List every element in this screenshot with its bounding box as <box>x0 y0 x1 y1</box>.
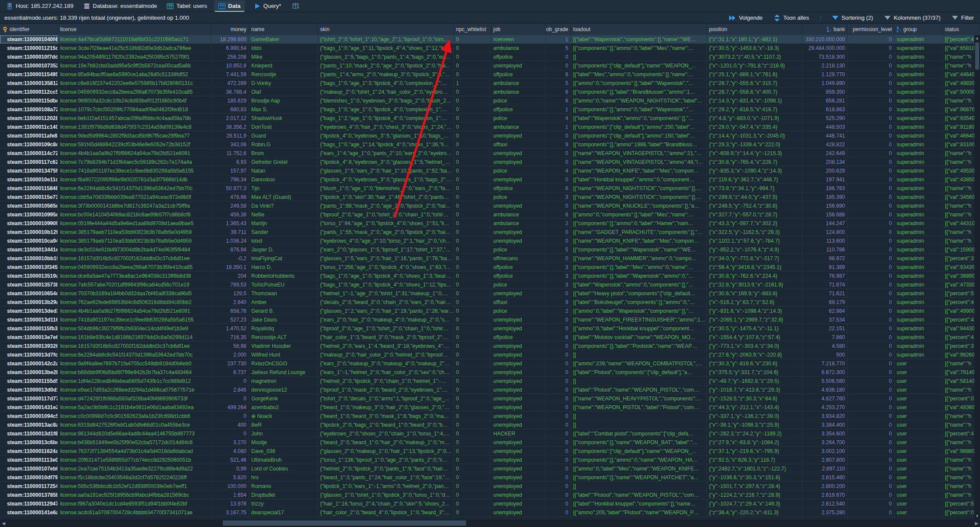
cell-money[interactable]: 400 <box>211 421 249 429</box>
cell-position[interactable]: {"y":-852.2,"x":-1076.4,"z":4.9} <box>707 245 802 254</box>
cell-permission_level[interactable]: 0 <box>848 140 894 149</box>
cell-skin[interactable]: {"glasses_1":5,"bags_1":0,"pants_1":4,"b… <box>318 53 454 61</box>
cell-npc_whitelist[interactable]: 0 <box>454 359 491 368</box>
scroll-right-arrow-icon[interactable]: ▶ <box>973 521 980 526</box>
cell-bank[interactable]: 1.049.890 <box>802 79 848 88</box>
cell-identifier[interactable]: steam:11000011afe8f64 <box>0 131 58 140</box>
table-row[interactable]: steam:11000011c14014alicense:1381f9798d9… <box>0 123 980 131</box>
cell-permission_level[interactable]: 0 <box>848 53 894 61</box>
cell-loadout[interactable]: [{"name":"WEAPON_VINTAGEPISTOL","ammo":2… <box>571 149 707 158</box>
cell-identifier[interactable]: steam:11000011215df3e <box>0 44 58 53</box>
cell-money[interactable]: 18.298.600 <box>211 35 249 44</box>
table-row[interactable]: steam:11000010e11c07dlicense:f8a90722095… <box>0 175 980 184</box>
cell-position[interactable]: {"z":29.0,"y":-547.4,"x":335.4} <box>707 123 802 131</box>
cell-identifier[interactable]: steam:11000010995da63 <box>0 210 58 219</box>
cell-bank[interactable]: 6.672.300 <box>802 368 848 377</box>
cell-job[interactable]: offpolice <box>491 70 546 79</box>
cell-position[interactable]: {"y":-773.1,"x":-303.4,"z":34.0} <box>707 342 802 350</box>
cell-job[interactable]: police <box>491 307 546 315</box>
cell-job[interactable]: unemployed <box>491 421 546 429</box>
column-header-loadout[interactable]: loadout <box>571 24 707 35</box>
cell-group[interactable]: user <box>894 499 943 508</box>
cell-name[interactable]: DonTosti <box>249 123 318 131</box>
cell-npc_whitelist[interactable]: 0 <box>454 473 491 482</box>
cell-license[interactable]: license:96f650fa32c6c10b24c6d93bef012f16… <box>58 96 211 105</box>
cell-position[interactable]: {"x":73.9,"z":34.1,"y":-994.7} <box>707 184 802 193</box>
cell-position[interactable]: {"z":31.1,"x":180.1,"y":-882.1} <box>707 35 802 44</box>
cell-job[interactable]: police <box>491 193 546 202</box>
cell-group[interactable]: superadmin <box>894 166 943 175</box>
table-row[interactable]: steam:11000010f7ddacdlicense:94a20548f81… <box>0 53 980 61</box>
table-row[interactable]: steam:11000010565d576license:3f73b000014… <box>0 202 980 210</box>
cell-group[interactable]: user <box>894 508 943 517</box>
cell-job_grade[interactable]: 0 <box>546 403 571 412</box>
cell-npc_whitelist[interactable]: 0 <box>454 193 491 202</box>
cell-skin[interactable]: {"ears_2":0,"glasses_1":5,"bproof_1":17,… <box>318 245 454 254</box>
cell-skin[interactable]: {"tshirt_2":0,"tshirt_1":10,"age_2":1,"b… <box>318 35 454 44</box>
cell-identifier[interactable]: steam:110000114c72354 <box>0 149 58 158</box>
cell-identifier[interactable]: steam:1100001158465c5 <box>0 184 58 193</box>
cell-job_grade[interactable]: 0 <box>546 254 571 263</box>
cell-loadout[interactable]: [{"components":[],"label":"Wapenstok","n… <box>571 245 707 254</box>
cell-loadout[interactable]: [{"ammo":239,"name":"WEAPON_COMBATPISTOL… <box>571 359 707 368</box>
table-row[interactable]: steam:110000109c8c8eflicense:591f45d4889… <box>0 140 980 149</box>
cell-group[interactable]: user <box>894 421 943 429</box>
cell-money[interactable]: 4.080 <box>211 447 249 456</box>
cell-name[interactable]: Vladimir Huisdier <box>249 342 318 350</box>
cell-npc_whitelist[interactable]: 0 <box>454 429 491 438</box>
cell-job_grade[interactable]: 5 <box>546 245 571 254</box>
cell-permission_level[interactable]: 0 <box>848 280 894 289</box>
cell-license[interactable]: license:f8a90722095ff66e9b0020781d3a3f79… <box>58 175 211 184</box>
cell-bank[interactable]: 208.134 <box>802 158 848 166</box>
cell-identifier[interactable]: steam:110000115fb3b6a <box>0 324 58 333</box>
cell-money[interactable]: 6.737 <box>211 368 249 377</box>
cell-position[interactable]: {"x":-282.3,"z":24.2,"y":-1189.2} <box>707 429 802 438</box>
cell-license[interactable]: license:5a2ac0b5b9c1c2181b4e0811e06d1aab… <box>58 403 211 412</box>
cell-money[interactable]: 13.978 <box>211 499 249 508</box>
cell-loadout[interactable]: [{"name":"WEAPON_NIGHTSTICK","components… <box>571 193 707 202</box>
cell-permission_level[interactable]: 0 <box>848 175 894 184</box>
cell-job[interactable]: police <box>491 245 546 254</box>
table-row[interactable]: steam:11000013785b801license:aa0a191ec92… <box>0 491 980 499</box>
cell-loadout[interactable]: [{"components":[],"ammo":1986,"label":"B… <box>571 140 707 149</box>
cell-skin[interactable]: {"lipstick_4":0,"eyebrows_3":0,"glasses_… <box>318 175 454 184</box>
cell-job[interactable]: offtaxi <box>491 140 546 149</box>
table-row[interactable]: steam:110000117254f9dlicense:595c536bbcd… <box>0 482 980 491</box>
cell-npc_whitelist[interactable]: 0 <box>454 386 491 394</box>
cell-money[interactable]: 680,83 <box>211 105 249 114</box>
column-header-job_grade[interactable]: job_grade <box>546 24 571 35</box>
column-header-job[interactable]: job <box>491 24 546 35</box>
cell-name[interactable]: Robin.G <box>249 140 318 149</box>
cell-identifier[interactable]: steam:110000139326f15 <box>0 342 58 350</box>
cell-position[interactable]: {"x":-38.1,"y":-1098.3,"z":25.9} <box>707 421 802 429</box>
cell-identifier[interactable]: steam:110000107eb09d5 <box>0 464 58 473</box>
cell-money[interactable]: 2.000 <box>211 350 249 359</box>
cell-npc_whitelist[interactable]: 0 <box>454 438 491 447</box>
cell-name[interactable]: ⊕ Noack <box>249 412 318 421</box>
cell-loadout[interactable]: [{"components":["clip_default"],"name":"… <box>571 447 707 456</box>
cell-loadout[interactable]: [{"label":"Combat pistol","components":[… <box>571 429 707 438</box>
cell-identifier[interactable]: steam:1100001113e0f1e <box>0 456 58 464</box>
cell-bank[interactable]: 156.690 <box>802 202 848 210</box>
cell-identifier[interactable]: steam:1100001094c54d2 <box>0 412 58 421</box>
column-header-npc_whitelist[interactable]: npc_whitelist <box>454 24 491 35</box>
cell-permission_level[interactable]: 0 <box>848 263 894 272</box>
cell-npc_whitelist[interactable]: 0 <box>454 245 491 254</box>
cell-identifier[interactable]: steam:110000112cc553c <box>0 88 58 96</box>
cell-money[interactable]: 521,46 <box>211 456 249 464</box>
cell-group[interactable]: superadmin <box>894 219 943 228</box>
cell-money[interactable]: -0,2 <box>211 254 249 263</box>
cell-identifier[interactable]: steam:11000013c6bd7f0 <box>0 438 58 447</box>
show-all-button[interactable]: Toon alles <box>774 14 809 21</box>
cell-name[interactable]: Dropbullet <box>249 491 318 499</box>
cell-name[interactable]: Jaiteux Refund Lounge <box>249 368 318 377</box>
cell-position[interactable]: {"y":-831.6,"x":-1098.4,"z":14.3} <box>707 307 802 315</box>
cell-job[interactable]: unemployed <box>491 202 546 210</box>
cell-skin[interactable]: {"lipstick_2":0,"bags_1":0,"beard_1":0,"… <box>318 421 454 429</box>
table-row[interactable]: steam:11000013ac8ab5dlicense:6319d842752… <box>0 421 980 429</box>
cell-npc_whitelist[interactable]: 0 <box>454 166 491 175</box>
cell-skin[interactable]: {"bags_1":2,"age_1":0,"lipstick_4":0,"co… <box>318 114 454 123</box>
cell-job[interactable]: offpolice <box>491 272 546 280</box>
cell-license[interactable]: license:16157d3f16b5c827002f162dddbd3c37… <box>58 254 211 263</box>
cell-group[interactable]: superadmin <box>894 193 943 202</box>
